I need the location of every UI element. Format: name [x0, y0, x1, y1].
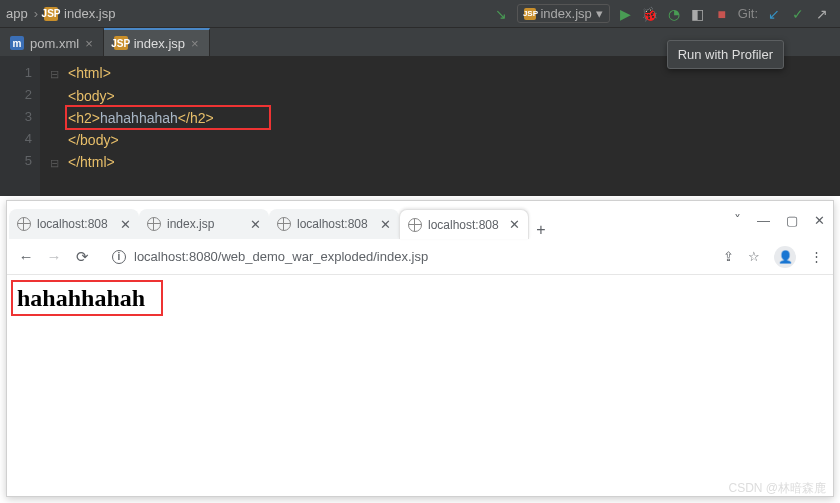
- code-line: <body>: [40, 85, 214, 107]
- code-line: </body>: [40, 129, 214, 151]
- reload-icon[interactable]: ⟳: [73, 248, 91, 266]
- stop-icon[interactable]: ■: [714, 6, 730, 22]
- kebab-icon[interactable]: ⋮: [810, 249, 823, 264]
- chevron-down-icon[interactable]: ˅: [734, 212, 741, 228]
- toolbar-right: ⇪ ☆ 👤 ⋮: [723, 246, 823, 268]
- hammer-icon[interactable]: ↘: [493, 6, 509, 22]
- watermark: CSDN @林暗森鹿: [728, 480, 826, 497]
- git-history-icon[interactable]: ↗: [814, 6, 830, 22]
- git-label: Git:: [738, 6, 758, 21]
- highlight-box: [65, 105, 271, 130]
- chevron-right-icon: ›: [34, 6, 38, 21]
- breadcrumb-file[interactable]: index.jsp: [64, 6, 115, 21]
- line-number: 4: [0, 128, 32, 150]
- site-info-icon[interactable]: i: [112, 250, 126, 264]
- profile-avatar[interactable]: 👤: [774, 246, 796, 268]
- debug-icon[interactable]: 🐞: [642, 6, 658, 22]
- code-line: ⊟</html>: [40, 151, 214, 174]
- close-icon[interactable]: ✕: [814, 213, 825, 228]
- globe-icon: [277, 217, 291, 231]
- browser-tabs: localhost:808✕ index.jsp✕ localhost:808✕…: [7, 201, 734, 239]
- bookmark-icon[interactable]: ☆: [748, 249, 760, 264]
- browser-tab[interactable]: localhost:808✕: [269, 209, 399, 239]
- globe-icon: [408, 218, 422, 232]
- tab-label: pom.xml: [30, 36, 79, 51]
- coverage-icon[interactable]: ◧: [690, 6, 706, 22]
- chevron-down-icon: ▾: [596, 6, 603, 21]
- highlight-box: [11, 280, 163, 316]
- close-icon[interactable]: ✕: [509, 217, 520, 232]
- close-icon[interactable]: ✕: [380, 217, 391, 232]
- ide-toolbar: ↘ JSP index.jsp ▾ ▶ 🐞 ◔ ◧ ■ Git: ↙ ✓ ↗: [493, 4, 840, 23]
- browser-tab[interactable]: localhost:808✕: [399, 209, 529, 239]
- breadcrumb: app › JSP index.jsp: [0, 6, 115, 21]
- tab-index-jsp[interactable]: JSP index.jsp ×: [104, 28, 210, 56]
- run-config-label: index.jsp: [540, 6, 591, 21]
- run-config-selector[interactable]: JSP index.jsp ▾: [517, 4, 609, 23]
- tab-pom[interactable]: m pom.xml ×: [0, 28, 104, 56]
- git-push-icon[interactable]: ✓: [790, 6, 806, 22]
- minimize-icon[interactable]: —: [757, 213, 770, 228]
- url-text: localhost:8080/web_demo_war_exploded/ind…: [134, 249, 428, 264]
- globe-icon: [17, 217, 31, 231]
- tab-title: localhost:808: [297, 217, 374, 231]
- share-icon[interactable]: ⇪: [723, 249, 734, 264]
- back-icon[interactable]: ←: [17, 248, 35, 265]
- jsp-file-icon: JSP: [44, 7, 58, 21]
- git-pull-icon[interactable]: ↙: [766, 6, 782, 22]
- browser-tab[interactable]: index.jsp✕: [139, 209, 269, 239]
- line-number: 1: [0, 62, 32, 84]
- window-controls: ˅ — ▢ ✕: [734, 212, 825, 228]
- close-icon[interactable]: ×: [85, 36, 93, 51]
- maximize-icon[interactable]: ▢: [786, 213, 798, 228]
- tooltip: Run with Profiler: [667, 40, 784, 69]
- new-tab-button[interactable]: +: [529, 221, 553, 239]
- ide-window: app › JSP index.jsp ↘ JSP index.jsp ▾ ▶ …: [0, 0, 840, 196]
- close-icon[interactable]: ✕: [120, 217, 131, 232]
- profile-icon[interactable]: ◔: [666, 6, 682, 22]
- line-number: 3: [0, 106, 32, 128]
- breadcrumb-folder[interactable]: app: [6, 6, 28, 21]
- forward-icon[interactable]: →: [45, 248, 63, 265]
- browser-titlebar: localhost:808✕ index.jsp✕ localhost:808✕…: [7, 201, 833, 239]
- address-bar[interactable]: i localhost:8080/web_demo_war_exploded/i…: [101, 243, 713, 271]
- line-number: 5: [0, 150, 32, 172]
- code-line: ⊟<html>: [40, 62, 214, 85]
- tab-title: localhost:808: [37, 217, 114, 231]
- browser-window: localhost:808✕ index.jsp✕ localhost:808✕…: [6, 200, 834, 497]
- close-icon[interactable]: ✕: [250, 217, 261, 232]
- run-icon[interactable]: ▶: [618, 6, 634, 22]
- tab-title: localhost:808: [428, 218, 503, 232]
- globe-icon: [147, 217, 161, 231]
- maven-file-icon: m: [10, 36, 24, 50]
- close-icon[interactable]: ×: [191, 36, 199, 51]
- browser-tab[interactable]: localhost:808✕: [9, 209, 139, 239]
- ide-toolbar-row: app › JSP index.jsp ↘ JSP index.jsp ▾ ▶ …: [0, 0, 840, 28]
- line-gutter: 1 2 3 4 5: [0, 56, 40, 196]
- jsp-file-icon: JSP: [524, 8, 536, 20]
- tab-label: index.jsp: [134, 36, 185, 51]
- tab-title: index.jsp: [167, 217, 244, 231]
- jsp-file-icon: JSP: [114, 36, 128, 50]
- page-viewport: hahahhahah: [7, 275, 833, 496]
- browser-toolbar: ← → ⟳ i localhost:8080/web_demo_war_expl…: [7, 239, 833, 275]
- line-number: 2: [0, 84, 32, 106]
- code-editor[interactable]: 1 2 3 4 5 ⊟<html> <body> <h2>hahahhahah<…: [0, 56, 840, 196]
